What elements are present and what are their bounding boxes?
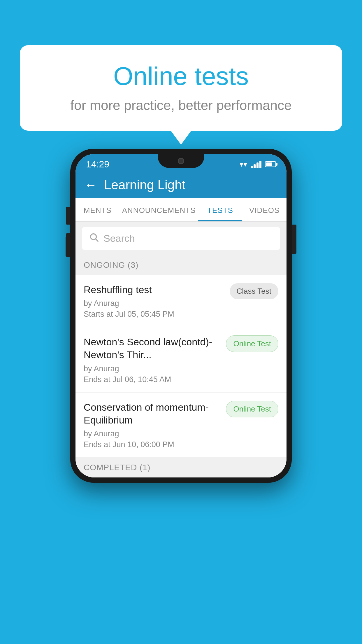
signal-bar-4 <box>259 161 261 168</box>
test-by-3: by Anurag <box>84 429 221 438</box>
tab-tests[interactable]: TESTS <box>198 198 242 221</box>
test-info-1: Reshuffling test by Anurag Starts at Jul… <box>84 283 224 319</box>
tests-list: Reshuffling test by Anurag Starts at Jul… <box>75 275 287 458</box>
signal-bar-3 <box>256 162 259 168</box>
notch-camera <box>178 158 184 164</box>
search-container: Search <box>75 222 287 255</box>
test-time-3: Ends at Jun 10, 06:00 PM <box>84 440 221 449</box>
battery-fill <box>266 162 272 166</box>
ongoing-label: ONGOING (3) <box>84 260 138 270</box>
status-time: 14:29 <box>86 159 109 170</box>
tab-videos[interactable]: VIDEOS <box>242 198 287 221</box>
completed-label: COMPLETED (1) <box>84 463 150 472</box>
battery-icon <box>265 161 276 167</box>
signal-bar-2 <box>254 164 256 168</box>
tabs-bar: MENTS ANNOUNCEMENTS TESTS VIDEOS <box>75 198 287 222</box>
test-by-2: by Anurag <box>84 364 221 373</box>
status-icons: ▾▾ <box>240 160 276 169</box>
ongoing-section-header: ONGOING (3) <box>75 255 287 275</box>
notch <box>158 154 204 168</box>
test-item-3[interactable]: Conservation of momentum-Equilibrium by … <box>75 393 287 458</box>
tab-ments[interactable]: MENTS <box>75 198 120 221</box>
search-icon <box>89 232 99 245</box>
test-time-2: Ends at Jul 06, 10:45 AM <box>84 375 221 384</box>
speech-bubble-container: Online tests for more practice, better p… <box>20 45 342 131</box>
test-by-1: by Anurag <box>84 299 224 308</box>
test-title-1: Reshuffling test <box>84 283 224 296</box>
test-badge-3: Online Test <box>226 401 278 417</box>
test-badge-2: Online Test <box>226 335 278 352</box>
back-button[interactable]: ← <box>84 178 97 192</box>
speech-bubble-title: Online tests <box>37 61 325 91</box>
test-title-2: Newton's Second law(contd)-Newton's Thir… <box>84 335 221 361</box>
search-bar[interactable]: Search <box>82 227 280 250</box>
phone-container: 14:29 ▾▾ <box>70 149 292 483</box>
speech-bubble: Online tests for more practice, better p… <box>20 45 342 131</box>
signal-bar-1 <box>251 166 253 168</box>
test-item-1[interactable]: Reshuffling test by Anurag Starts at Jul… <box>75 275 287 327</box>
phone-outer: 14:29 ▾▾ <box>70 149 292 483</box>
test-info-3: Conservation of momentum-Equilibrium by … <box>84 401 221 449</box>
tab-announcements[interactable]: ANNOUNCEMENTS <box>120 198 198 221</box>
wifi-icon: ▾▾ <box>240 160 247 169</box>
speech-bubble-subtitle: for more practice, better performance <box>37 97 325 113</box>
test-item-2[interactable]: Newton's Second law(contd)-Newton's Thir… <box>75 327 287 392</box>
phone-inner: 14:29 ▾▾ <box>75 154 287 477</box>
signal-bars <box>251 160 261 168</box>
svg-line-1 <box>96 239 98 241</box>
test-time-1: Starts at Jul 05, 05:45 PM <box>84 310 224 319</box>
completed-section-header: COMPLETED (1) <box>75 458 287 477</box>
app-header: ← Learning Light <box>75 172 287 198</box>
search-placeholder: Search <box>103 233 135 244</box>
test-info-2: Newton's Second law(contd)-Newton's Thir… <box>84 335 221 384</box>
app-title: Learning Light <box>104 178 185 192</box>
test-title-3: Conservation of momentum-Equilibrium <box>84 401 221 426</box>
test-badge-1: Class Test <box>230 283 278 299</box>
